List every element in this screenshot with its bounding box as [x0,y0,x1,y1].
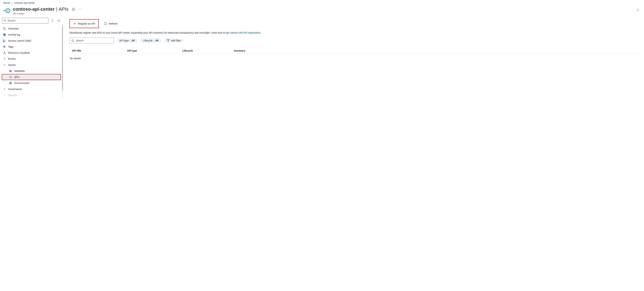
no-results: No results [70,54,640,63]
search-icon [4,19,6,22]
search-icon [72,39,74,42]
intro-body: Seamlessly register new APIs to your Azu… [70,31,226,34]
svg-rect-21 [4,52,5,52]
sidebar-search-input[interactable] [7,19,47,22]
add-filter-label: Add filter [171,39,181,42]
svg-point-6 [4,20,6,21]
favorite-button[interactable] [71,7,76,12]
svg-line-26 [4,53,5,53]
svg-line-25 [4,53,4,53]
highlight-register: Register an API [70,19,99,28]
page-title-section: APIs [59,6,68,12]
filter-search[interactable] [70,37,114,43]
svg-rect-22 [3,53,4,54]
svg-rect-27 [10,71,11,72]
svg-rect-30 [9,77,10,77]
table-header: API title API type Lifecycle Summary [70,47,640,54]
expand-collapse-button[interactable] [50,18,55,23]
svg-point-18 [3,40,4,41]
col-lifecycle[interactable]: Lifecycle [182,49,234,52]
filter-icon [167,39,170,42]
sidebar-item-overview[interactable]: Overview [2,26,61,32]
chevron-down-icon [3,63,6,66]
page-header: contoso-api-center | APIs ⋯ API Center [0,5,644,17]
filter-bar: API type : All Lifecycle : All Add filte… [70,37,640,43]
svg-rect-17 [4,35,5,35]
environments-icon [9,81,12,85]
scroll-up-icon: ▲ [62,24,64,26]
activity-log-icon [3,33,6,36]
col-summary[interactable]: Summary [234,49,637,52]
col-api-type[interactable]: API type [127,49,182,52]
intro-suffix: . [260,31,261,34]
chevron-right-icon [3,94,6,97]
svg-rect-16 [4,35,5,35]
breadcrumb: Home › contoso-api-center [0,0,644,5]
breadcrumb-home[interactable]: Home [3,1,10,4]
sidebar-scrollbar[interactable]: ▲ [62,26,63,98]
sidebar-item-label: Events [8,57,16,60]
page-subtitle: API Center [13,12,633,15]
events-icon [3,57,6,60]
sidebar-group-label: Security [8,94,17,97]
plus-icon [73,22,76,25]
sidebar-group-governance[interactable]: Governance [2,86,61,92]
sidebar-item-label: Overview [8,27,18,30]
overview-icon [3,27,6,30]
tags-icon [3,45,6,48]
sidebar-item-activity-log[interactable]: Activity log [2,32,61,38]
svg-line-7 [6,21,6,22]
more-button[interactable]: ⋯ [78,7,82,11]
chevron-right-icon: › [12,1,12,4]
filter-lifecycle[interactable]: Lifecycle : All [140,38,162,43]
access-control-icon [3,39,6,42]
api-center-icon [3,7,10,14]
sidebar-group-label: Governance [8,88,22,90]
svg-rect-2 [4,10,6,11]
collapse-sidebar-button[interactable] [56,18,61,23]
sidebar-item-apis[interactable]: APIs [2,74,61,80]
register-api-button[interactable]: Register an API [71,21,97,27]
filter-lifecycle-value: All [156,39,158,42]
sidebar-item-label: Activity log [8,33,20,36]
toolbar: Register an API Refresh [70,18,640,31]
sidebar-group-assets[interactable]: Assets [2,62,61,68]
filter-api-type-label: API type : [119,39,130,42]
scrollbar-thumb[interactable] [62,27,63,90]
sidebar-item-environments[interactable]: Environments [2,80,61,86]
svg-point-1 [7,10,8,11]
filter-search-input[interactable] [76,39,112,42]
sidebar-item-metadata[interactable]: Metadata [2,68,61,74]
intro-link[interactable]: get started with API registration [226,31,260,34]
svg-marker-3 [72,8,75,10]
intro-text: Seamlessly register new APIs to your Azu… [70,31,640,35]
svg-point-20 [4,46,4,47]
resource-visualizer-icon [3,51,6,54]
close-button[interactable] [636,7,640,12]
sidebar-item-events[interactable]: Events [2,56,61,62]
add-filter-button[interactable]: Add filter [164,38,184,43]
sidebar-group-label: Assets [8,63,16,66]
col-api-title[interactable]: API title [72,49,127,52]
metadata-icon [9,69,12,73]
page-title-resource: contoso-api-center [13,6,54,12]
chevron-right-icon [3,87,6,91]
sidebar-group-security[interactable]: Security [2,92,61,98]
sidebar-search[interactable] [2,18,48,23]
sidebar-item-tags[interactable]: Tags [2,44,61,50]
refresh-icon [104,22,107,25]
filter-api-type[interactable]: API type : All [116,38,138,43]
refresh-button[interactable]: Refresh [102,21,119,27]
register-api-label: Register an API [78,22,95,25]
sidebar-item-label: APIs [14,76,20,78]
sidebar-item-resource-visualizer[interactable]: Resource visualizer [2,50,61,56]
sidebar-item-access-control[interactable]: Access control (IAM) [2,38,61,44]
main-content: Register an API Refresh Seamlessly regis… [63,17,644,98]
svg-line-35 [73,41,74,42]
refresh-label: Refresh [109,22,118,25]
apis-icon [9,75,12,79]
sidebar-item-label: Resource visualizer [8,51,30,54]
ellipsis-icon: ⋯ [79,8,82,10]
breadcrumb-resource[interactable]: contoso-api-center [14,1,35,4]
sidebar-nav: Overview Activity log Access control (IA… [2,26,62,98]
